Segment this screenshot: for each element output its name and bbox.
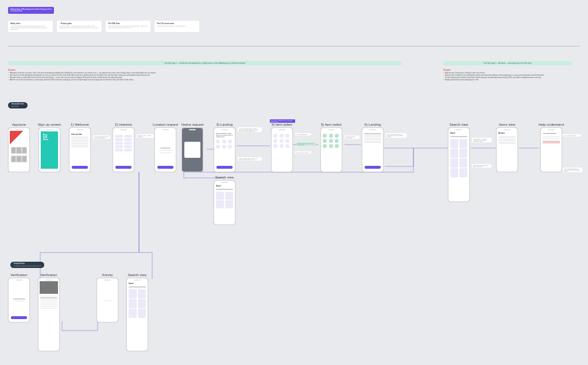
- screen-help-understand[interactable]: Help understand Help understanding?: [539, 123, 564, 172]
- goal-item: After the user is first on-board then, a…: [8, 79, 238, 81]
- screen-location[interactable]: Location request: [153, 123, 178, 172]
- screen-appstore[interactable]: Appstore: [8, 123, 30, 172]
- screen-label: 2) Interests: [115, 123, 132, 126]
- screen-label: Sign up screen: [38, 123, 61, 126]
- screen-items-view[interactable]: Items view My items: [496, 123, 518, 172]
- annotation: Contextual prompt appears after N search…: [472, 164, 492, 168]
- screen-label: 5) Item select: [321, 123, 342, 126]
- note-title: Sticky notes: [10, 22, 51, 25]
- screen-label: 1) Welcome: [71, 123, 89, 126]
- stage1-bar: User flow stage 1 — Introduction and exp…: [8, 61, 402, 65]
- project-subtitle: V1 wireframe flow: [10, 10, 52, 12]
- note-title: The 2 On-route views: [157, 22, 197, 25]
- help-heading: Help understanding?: [543, 133, 560, 134]
- goals-heading: UX goals: [8, 69, 238, 71]
- annotation: item types within subcategory: [345, 135, 359, 139]
- annotation: If user ignores listing CTA they fall ba…: [238, 157, 262, 161]
- screen-landing-2[interactable]: 6) Landing: [362, 123, 384, 172]
- note-body: Users at this step are pushed to card ap…: [157, 25, 197, 27]
- search-heading: Search: [450, 133, 467, 134]
- screen-verification-2[interactable]: Verification: [38, 273, 60, 351]
- goals-heading: UX goals: [443, 69, 575, 71]
- search-heading: Search: [216, 185, 233, 187]
- project-title-badge: Onboarding - Educating users about listi…: [8, 7, 54, 14]
- screen-label: Search view: [215, 176, 234, 179]
- cta-button[interactable]: [365, 166, 381, 169]
- screen-item-select-2[interactable]: 5) Item select: [320, 123, 342, 172]
- screen-activity[interactable]: Activity: [96, 273, 118, 323]
- screen-label: Activity: [102, 273, 113, 277]
- screen-label: Verification: [10, 273, 27, 277]
- annotation-positive: Easier than free-text — users pick visua…: [296, 142, 316, 146]
- screen-label: 6) Landing: [365, 123, 381, 126]
- annotation: If user still doesn't list, link back to…: [563, 168, 582, 172]
- screen-label: Items view: [499, 123, 515, 126]
- annotation: FAQ / explainer modal: [563, 134, 581, 137]
- annotation: Category chips — max 5 selected: [137, 134, 154, 138]
- note-title: Project goals: [59, 22, 99, 25]
- section-badge-deeplink: Deep-link flow Verification / Begin crea…: [10, 262, 44, 268]
- annotation: Home search — organic discovery if user …: [472, 138, 492, 142]
- search-heading: Search: [129, 283, 146, 285]
- note-body: Purple notes represent questions to the …: [10, 25, 51, 30]
- annotation: User selects intent before we push categ…: [93, 135, 110, 139]
- screen-label: Native request: [181, 123, 204, 126]
- annotation: tap advances to step 5: [295, 152, 311, 154]
- screen-search-view-3[interactable]: Search view Search: [126, 273, 148, 351]
- note-cms: The CMS Ones Further exploration of a pe…: [106, 21, 150, 32]
- badge-sub: Verification / Begin creating an item to…: [14, 265, 41, 267]
- welcome-heading: Items you have: [71, 134, 88, 135]
- screen-label: Help understand: [539, 123, 564, 126]
- note-onroute: The 2 On-route views Users at this step …: [154, 21, 199, 32]
- cta-button[interactable]: [157, 166, 173, 169]
- screen-welcome[interactable]: 1) Welcome Items you have: [69, 123, 91, 172]
- screen-search-view-2[interactable]: Search view Search: [448, 123, 470, 202]
- screen-signup[interactable]: Sign up screen BuySellRent: [38, 123, 61, 172]
- screen-native-request[interactable]: Native request: [181, 123, 204, 172]
- warning-banner: [543, 141, 560, 143]
- stage2-bar: User flow stage 2 — Activation — motivat…: [443, 61, 572, 65]
- note-title: The CMS Ones: [108, 22, 148, 25]
- goal-item: Availing and reachoice (in the listing f…: [443, 79, 575, 81]
- annotation: 9 top subcategories: [295, 133, 311, 135]
- screen-verification-1[interactable]: Verification: [8, 273, 30, 323]
- cta-button[interactable]: [72, 166, 88, 169]
- section-badge-borrow: Borrowable item Item list as: [8, 102, 28, 108]
- notes-row: Sticky notes Purple notes represent ques…: [8, 21, 199, 32]
- screen-interests[interactable]: 2) Interests: [113, 123, 134, 172]
- native-permission-modal[interactable]: [184, 142, 200, 158]
- screen-landing[interactable]: 3) Landing We've noticed you don't have …: [214, 123, 235, 172]
- cta-button[interactable]: [11, 316, 27, 319]
- screen-label: Appstore: [12, 123, 26, 126]
- note-body: Further exploration of a per-category ed…: [108, 25, 148, 29]
- cta-button[interactable]: [115, 166, 131, 169]
- screen-item-select-1[interactable]: 4) Item select: [271, 123, 293, 172]
- divider: [8, 46, 580, 46]
- note-project-goals: Project goals Deliver a mid-fidelity wir…: [57, 21, 102, 32]
- badge-sub: Item list as: [11, 106, 24, 107]
- screen-label: 4) Item select: [272, 123, 292, 126]
- cta-button[interactable]: [216, 166, 233, 169]
- annotation: At this point app knows: referral source…: [238, 127, 262, 132]
- note-sticky: Sticky notes Purple notes represent ques…: [8, 21, 53, 32]
- screen-search-view[interactable]: Search view Search: [214, 176, 235, 225]
- note-body: Deliver a mid-fidelity wireframe set and…: [59, 25, 99, 29]
- items-heading: My items: [498, 133, 516, 134]
- screen-label: 3) Landing: [216, 123, 233, 126]
- screen-label: Location request: [153, 123, 178, 126]
- landing-question: We've noticed you don't have any listing…: [216, 133, 233, 138]
- stage1-goals: UX goals Regardless of how the user star…: [8, 69, 238, 82]
- screen-label: Search view: [128, 273, 147, 277]
- screen-label: Search view: [450, 123, 469, 126]
- screen-label: Verification: [40, 273, 57, 277]
- stage2-goals: UX goals Help the users in the process o…: [443, 69, 575, 82]
- annotation: Pre-filled listing draft from selections…: [386, 133, 407, 138]
